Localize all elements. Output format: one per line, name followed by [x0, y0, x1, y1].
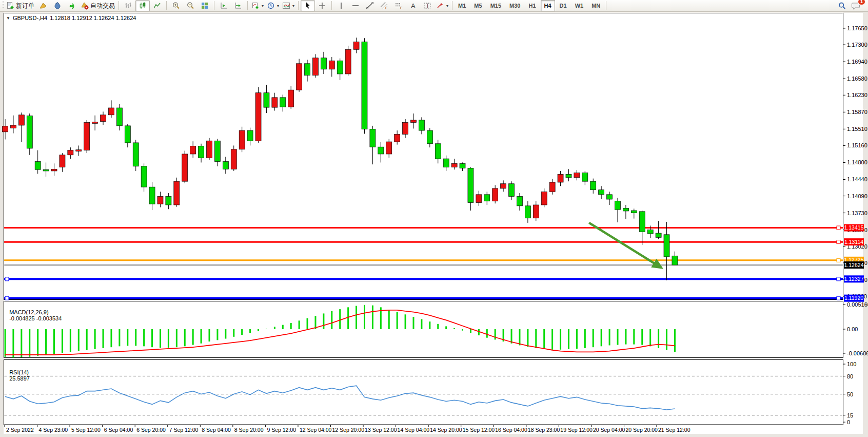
candle[interactable] — [141, 166, 147, 187]
vertical-line-button[interactable] — [334, 0, 348, 11]
candle[interactable] — [492, 188, 498, 201]
line-handle[interactable] — [5, 296, 9, 300]
candle[interactable] — [51, 169, 57, 171]
candle[interactable] — [43, 169, 49, 171]
candle[interactable] — [403, 122, 408, 134]
indicators-button[interactable]: ▾ — [281, 0, 296, 11]
candle[interactable] — [337, 61, 343, 74]
candle[interactable] — [639, 212, 645, 232]
timeframe-button-MN[interactable]: MN — [588, 0, 604, 11]
line-handle[interactable] — [837, 226, 840, 230]
line-handle[interactable] — [837, 258, 840, 262]
trendline-button[interactable] — [363, 0, 377, 11]
timeframe-button-M5[interactable]: M5 — [470, 0, 485, 11]
candle[interactable] — [231, 149, 236, 169]
chart-canvas[interactable]: 1.176501.173001.169401.165801.162301.158… — [0, 0, 868, 437]
macd-panel[interactable] — [4, 301, 843, 358]
candle[interactable] — [427, 130, 432, 144]
community-button[interactable] — [50, 0, 65, 11]
new-chart-button[interactable]: ▾ — [250, 0, 265, 11]
candle[interactable] — [84, 122, 90, 150]
candle[interactable] — [370, 129, 376, 147]
candle[interactable] — [590, 181, 596, 190]
candle[interactable] — [476, 195, 482, 203]
candle[interactable] — [10, 125, 16, 128]
line-handle[interactable] — [5, 277, 9, 281]
candle[interactable] — [68, 150, 73, 155]
main-chart-panel[interactable] — [4, 13, 843, 300]
candle[interactable] — [27, 116, 32, 148]
candle[interactable] — [288, 90, 294, 107]
line-handle[interactable] — [837, 296, 840, 300]
candle[interactable] — [149, 187, 155, 204]
chat-button[interactable]: 1 — [849, 0, 863, 11]
candle[interactable] — [297, 64, 302, 90]
equidistant-channel-button[interactable]: E — [377, 0, 391, 11]
candle[interactable] — [133, 143, 139, 166]
candle[interactable] — [549, 182, 555, 192]
candle[interactable] — [378, 147, 384, 154]
candle[interactable] — [386, 142, 392, 154]
candle[interactable] — [419, 120, 424, 130]
timeframe-button-H1[interactable]: H1 — [525, 0, 539, 11]
candle[interactable] — [101, 115, 106, 122]
candle[interactable] — [501, 184, 506, 188]
candle[interactable] — [329, 61, 334, 69]
candle[interactable] — [3, 126, 8, 132]
zoom-out-button[interactable] — [183, 0, 198, 11]
fibonacci-button[interactable]: F — [391, 0, 406, 11]
candle[interactable] — [116, 108, 122, 126]
candle[interactable] — [166, 197, 171, 205]
candle[interactable] — [312, 58, 318, 75]
candle[interactable] — [76, 150, 82, 151]
periods-button[interactable]: ▾ — [265, 0, 281, 11]
cursor-button[interactable] — [301, 0, 315, 11]
candle[interactable] — [672, 256, 678, 265]
candle[interactable] — [566, 174, 571, 177]
candle[interactable] — [239, 130, 245, 149]
bar-chart-button[interactable] — [121, 0, 135, 11]
timeframe-button-W1[interactable]: W1 — [571, 0, 587, 11]
candle[interactable] — [484, 195, 490, 201]
tile-windows-button[interactable] — [198, 0, 212, 11]
text-label-button[interactable]: T — [420, 0, 435, 11]
candle[interactable] — [255, 93, 261, 141]
signals-button[interactable] — [65, 0, 79, 11]
candle[interactable] — [468, 168, 474, 202]
candle[interactable] — [443, 159, 449, 167]
candle[interactable] — [394, 134, 400, 142]
candle[interactable] — [321, 58, 326, 69]
candle[interactable] — [362, 42, 367, 129]
candle[interactable] — [223, 162, 228, 169]
timeframe-button-M1[interactable]: M1 — [455, 0, 469, 11]
candle[interactable] — [199, 146, 204, 158]
line-handle[interactable] — [837, 240, 840, 244]
candle[interactable] — [272, 98, 278, 107]
candle[interactable] — [353, 42, 359, 50]
timeframe-button-H4[interactable]: H4 — [541, 0, 555, 11]
chart-window-title[interactable]: ▼ GBPUSD-,H4 1.12818 1.12912 1.12624 1.1… — [6, 15, 136, 21]
candle[interactable] — [631, 211, 637, 213]
arrows-tool-button[interactable]: ▾ — [435, 0, 450, 11]
text-tool-button[interactable]: A — [406, 0, 420, 11]
candle[interactable] — [125, 126, 130, 143]
candle[interactable] — [451, 163, 457, 167]
horizontal-line-button[interactable] — [348, 0, 363, 11]
candle[interactable] — [599, 190, 604, 195]
candle[interactable] — [60, 155, 65, 167]
candle[interactable] — [541, 192, 547, 205]
auto-scroll-button[interactable] — [231, 0, 245, 11]
toolbar-grip[interactable] — [3, 1, 4, 10]
candle[interactable] — [247, 130, 253, 141]
candle[interactable] — [509, 184, 515, 197]
candle[interactable] — [435, 144, 441, 159]
candle[interactable] — [517, 197, 522, 206]
candle[interactable] — [411, 120, 417, 123]
candle[interactable] — [656, 233, 661, 237]
timeframe-button-D1[interactable]: D1 — [556, 0, 570, 11]
candle[interactable] — [623, 208, 628, 211]
candle[interactable] — [647, 230, 653, 234]
candle[interactable] — [305, 64, 310, 75]
candle[interactable] — [607, 195, 613, 199]
line-chart-button[interactable] — [150, 0, 164, 11]
